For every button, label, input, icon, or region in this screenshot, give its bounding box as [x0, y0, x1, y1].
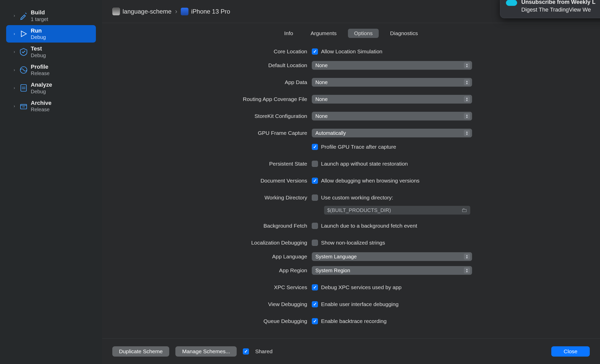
chevron-right-icon: ›: [12, 104, 16, 108]
sidebar-item-sub: 1 target: [31, 16, 48, 23]
notification-line2: Digest The TradingView We: [521, 6, 595, 14]
sidebar-item-label: Archive: [31, 99, 52, 107]
notification[interactable]: Unsubscribe from Weekly L Digest The Tra…: [500, 0, 600, 18]
sidebar-item-sub: Debug: [31, 88, 52, 95]
sidebar-item-sub: Debug: [31, 52, 46, 59]
test-icon: [18, 47, 29, 57]
working-dir-check-label: Use custom working directory:: [321, 195, 393, 201]
working-dir-input[interactable]: $(BUILT_PRODUCTS_DIR) 🗀: [324, 206, 470, 215]
svg-rect-1: [21, 85, 26, 91]
sidebar-item-label: Run: [31, 27, 46, 34]
updown-icon: ▲▼: [464, 254, 470, 260]
sidebar-item-analyze[interactable]: › Analyze Debug: [6, 79, 96, 97]
footer: Duplicate Scheme Manage Schemes... Share…: [102, 338, 600, 364]
background-fetch-check-label: Launch due to a background fetch event: [321, 223, 417, 229]
default-location-select[interactable]: None ▲▼: [312, 61, 472, 70]
updown-icon: ▲▼: [464, 62, 470, 68]
app-region-select[interactable]: System Region ▲▼: [312, 266, 472, 275]
chevron-right-icon: ›: [174, 7, 178, 15]
gpu-capture-select[interactable]: Automatically ▲▼: [312, 129, 472, 137]
persistent-state-checkbox[interactable]: [312, 161, 318, 167]
chevron-right-icon: ›: [12, 86, 16, 90]
queue-debugging-checkbox[interactable]: [312, 318, 318, 324]
tab-options[interactable]: Options: [348, 29, 379, 38]
sidebar-item-test[interactable]: › Test Debug: [6, 43, 96, 61]
localization-debugging-label: Localization Debugging: [112, 240, 307, 246]
sidebar-item-sub: Release: [31, 106, 52, 113]
allow-location-simulation-checkbox[interactable]: [312, 48, 318, 55]
device-icon: [181, 8, 188, 15]
sidebar-item-build[interactable]: › Build 1 target: [6, 7, 96, 25]
persistent-state-label: Persistent State: [112, 161, 307, 167]
select-value: None: [315, 113, 328, 119]
default-location-label: Default Location: [112, 62, 307, 68]
select-value: Automatically: [315, 130, 346, 136]
close-button[interactable]: Close: [551, 346, 590, 357]
select-value: None: [315, 63, 328, 68]
app-region-label: App Region: [112, 267, 307, 274]
select-value: None: [315, 96, 328, 102]
duplicate-scheme-button[interactable]: Duplicate Scheme: [112, 346, 169, 357]
scheme-name[interactable]: language-scheme: [123, 8, 172, 15]
tab-diagnostics[interactable]: Diagnostics: [384, 29, 424, 38]
sidebar-item-label: Test: [31, 45, 46, 52]
view-debugging-label: View Debugging: [112, 301, 307, 307]
tab-arguments[interactable]: Arguments: [304, 29, 343, 38]
shared-label: Shared: [255, 348, 273, 355]
shared-checkbox[interactable]: [243, 348, 249, 355]
sidebar-item-archive[interactable]: › Archive Release: [6, 97, 96, 115]
xpc-services-label: XPC Services: [112, 284, 307, 290]
localization-debugging-checkbox[interactable]: [312, 240, 318, 246]
sidebar-item-label: Analyze: [31, 81, 52, 88]
working-dir-checkbox[interactable]: [312, 195, 318, 201]
notification-line1: Unsubscribe from Weekly L: [521, 0, 595, 6]
folder-icon[interactable]: 🗀: [462, 207, 467, 214]
notification-icon: [506, 0, 517, 6]
routing-file-label: Routing App Coverage File: [112, 96, 307, 102]
document-versions-checkbox[interactable]: [312, 178, 318, 184]
scheme-icon: [112, 8, 120, 15]
storekit-select[interactable]: None ▲▼: [312, 112, 472, 120]
updown-icon: ▲▼: [464, 130, 470, 136]
chevron-right-icon: ›: [12, 32, 16, 36]
chevron-right-icon: ›: [12, 50, 16, 54]
select-value: System Region: [315, 268, 350, 274]
profile-gpu-trace-checkbox[interactable]: [312, 144, 318, 150]
sidebar: › Build 1 target › Run Debug ›: [0, 0, 102, 364]
background-fetch-checkbox[interactable]: [312, 223, 318, 229]
tabs: Info Arguments Options Diagnostics: [102, 23, 600, 42]
app-language-select[interactable]: System Language ▲▼: [312, 252, 472, 261]
profile-gpu-trace-label: Profile GPU Trace after capture: [321, 144, 396, 150]
sidebar-item-profile[interactable]: › Profile Release: [6, 61, 96, 79]
working-dir-placeholder: $(BUILT_PRODUCTS_DIR): [327, 207, 391, 213]
sidebar-item-run[interactable]: › Run Debug: [6, 25, 96, 43]
app-data-label: App Data: [112, 79, 307, 85]
queue-debugging-label: Queue Debugging: [112, 318, 307, 324]
localization-debugging-check-label: Show non-localized strings: [321, 240, 385, 246]
routing-file-select[interactable]: None ▲▼: [312, 95, 472, 104]
working-dir-label: Working Directory: [112, 195, 307, 201]
sidebar-item-label: Build: [31, 9, 48, 16]
app-language-label: App Language: [112, 254, 307, 260]
run-icon: [18, 29, 29, 39]
sidebar-item-sub: Debug: [31, 34, 46, 41]
select-value: System Language: [315, 254, 357, 260]
select-value: None: [315, 79, 328, 85]
profile-icon: [18, 65, 29, 75]
tab-info[interactable]: Info: [278, 29, 299, 38]
app-data-select[interactable]: None ▲▼: [312, 78, 472, 87]
manage-schemes-button[interactable]: Manage Schemes...: [175, 346, 237, 357]
view-debugging-checkbox[interactable]: [312, 301, 318, 307]
persistent-state-check-label: Launch app without state restoration: [321, 161, 408, 167]
allow-location-simulation-label: Allow Location Simulation: [321, 48, 382, 55]
storekit-label: StoreKit Configuration: [112, 113, 307, 119]
chevron-right-icon: ›: [12, 14, 16, 18]
updown-icon: ▲▼: [464, 113, 470, 119]
archive-icon: [18, 101, 29, 111]
device-name[interactable]: iPhone 13 Pro: [191, 8, 230, 15]
document-versions-label: Document Versions: [112, 178, 307, 184]
analyze-icon: [18, 83, 29, 93]
chevron-right-icon: ›: [12, 68, 16, 72]
xpc-services-checkbox[interactable]: [312, 284, 318, 290]
sidebar-item-sub: Release: [31, 70, 49, 77]
